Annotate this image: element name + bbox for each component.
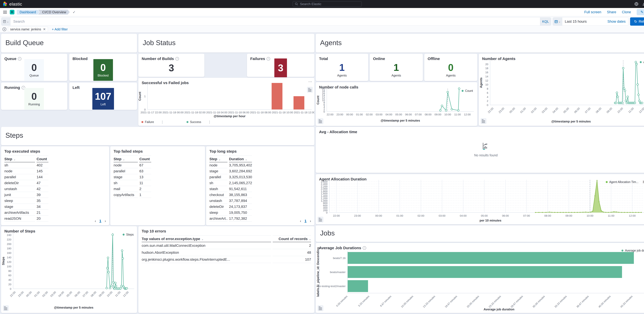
legend-toggle-icon[interactable] <box>318 217 324 222</box>
page-number[interactable]: 1 <box>99 219 101 223</box>
svg-text:03:00: 03:00 <box>439 214 446 217</box>
chart-legend[interactable]: Count <box>462 89 473 92</box>
table-cell: 38,155,863 <box>229 192 252 198</box>
svg-text:07:00: 07:00 <box>523 214 530 217</box>
table-row: stage34 <box>4 204 48 210</box>
svg-text:13.33 minutes: 13.33 minutes <box>422 295 436 308</box>
svg-text:@timestamp per 5 minutes: @timestamp per 5 minutes <box>380 119 420 122</box>
breadcrumb-dashboard[interactable]: Dashboard <box>17 10 40 14</box>
share-link[interactable]: Share <box>607 10 616 14</box>
svg-text:03:00: 03:00 <box>50 291 56 298</box>
agent-allocation-duration-chart[interactable]: 02004006008001,0001,2001,4001,6001,8002,… <box>316 174 644 224</box>
column-header[interactable]: Step⌄ <box>114 156 138 162</box>
svg-text:23:00: 23:00 <box>354 214 361 217</box>
menu-icon[interactable] <box>3 11 7 14</box>
next-page-icon[interactable]: › <box>310 219 311 223</box>
elastic-logo[interactable]: elastic <box>2 2 22 6</box>
metric-value: 1 <box>339 62 345 72</box>
table-cell: node <box>4 168 35 174</box>
legend-toggle-icon[interactable] <box>3 305 9 311</box>
metric-label: Running <box>28 102 40 106</box>
column-header[interactable]: Count⌄ <box>139 156 151 162</box>
svg-text:23.33 minutes: 23.33 minutes <box>488 295 502 308</box>
legend-toggle-icon[interactable] <box>480 118 486 124</box>
column-header[interactable]: Step⌄ <box>210 156 228 162</box>
legend-item-success[interactable]: Success ⋮ <box>186 120 232 124</box>
svg-text:140: 140 <box>7 256 11 259</box>
svg-text:180: 180 <box>7 247 11 250</box>
legend-toggle-icon[interactable] <box>318 305 324 311</box>
svg-text:09:00: 09:00 <box>566 214 572 217</box>
table-cell: 35 <box>36 198 48 204</box>
metric-label: Agents <box>337 74 347 77</box>
svg-text:3.33 minutes: 3.33 minutes <box>358 295 370 307</box>
filter-pill[interactable]: service.name: jenkins ✕ <box>8 27 48 32</box>
page-number[interactable]: 1 <box>304 219 306 223</box>
table-row: archiveArt...17,792,382 <box>210 216 252 222</box>
column-header[interactable]: Duration⌄ <box>229 156 252 162</box>
date-picker[interactable]: ⌄ Last 15 hours Show dates <box>553 18 628 26</box>
successful-vs-failed-jobs-chart[interactable]: 0122021-11-17 22:002021-11-18 00:002021-… <box>138 78 314 119</box>
table-row: stage13 <box>114 174 151 180</box>
number-of-agents-chart[interactable]: 0246810121416182022:0023:0000:0001:0002:… <box>479 54 644 126</box>
empty-chart-icon <box>482 142 490 150</box>
newsfeed-icon[interactable] <box>642 2 644 6</box>
kql-button[interactable]: KQL <box>540 18 551 26</box>
metric-label: Left <box>100 102 106 106</box>
svg-text:Steps: Steps <box>2 257 5 265</box>
number-of-steps-chart[interactable]: 02040608010012014016018020022024022:0023… <box>1 226 137 313</box>
svg-text:16: 16 <box>485 71 488 74</box>
dashboard-app-icon[interactable]: D <box>10 10 14 14</box>
svg-text:Agents: Agents <box>479 78 483 88</box>
next-page-icon[interactable]: › <box>105 219 106 223</box>
svg-text:02:00: 02:00 <box>42 291 48 298</box>
metric-value: 0 <box>32 62 37 72</box>
column-header[interactable]: Step⌄ <box>4 156 35 162</box>
svg-text:16.67 minutes: 16.67 minutes <box>444 295 458 308</box>
show-dates-link[interactable]: Show dates <box>608 20 628 24</box>
average-job-durations-panel: Average Job Durationsi beats/7.16beats/m… <box>316 243 644 313</box>
clone-link[interactable]: Clone <box>622 10 631 14</box>
chart-legend[interactable]: Steps <box>122 233 134 236</box>
number-of-node-calls-chart[interactable]: 0246810121416182022:0023:0000:0001:0002:… <box>316 82 477 126</box>
column-header[interactable]: Count of records⌄ <box>273 236 311 242</box>
legend-item-failure[interactable]: Failure ⋮ <box>142 120 186 124</box>
date-quick-menu-button[interactable]: ⌄ <box>553 18 562 26</box>
global-search-input[interactable]: Search Elastic <box>293 1 362 7</box>
prev-page-icon[interactable]: ‹ <box>300 219 301 223</box>
svg-text:@timestamp per hour: @timestamp per hour <box>214 114 246 118</box>
saved-query-menu-button[interactable]: ⌄ <box>2 18 10 26</box>
refresh-button[interactable]: ↻ Refresh <box>630 18 644 26</box>
svg-text:labels.ci_pipeline_id: Descend: labels.ci_pipeline_id: Descending <box>316 247 320 297</box>
chart-legend[interactable]: Average job duration <box>622 249 644 252</box>
legend-toggle-icon[interactable] <box>318 118 324 124</box>
svg-text:07:00: 07:00 <box>82 291 89 298</box>
search-placeholder: Search <box>10 20 540 24</box>
top-long-steps-panel: Top long steps Step⌄Duration⌄node3,705,9… <box>206 146 314 226</box>
legend-actions-icon[interactable]: ⋮ <box>208 120 211 124</box>
legend-actions-icon[interactable]: ⋮ <box>160 120 164 124</box>
add-filter-link[interactable]: + Add filter <box>52 27 68 31</box>
column-header[interactable]: Top values of error.exception.type⌄ <box>142 236 271 242</box>
table-row: node67 <box>114 162 151 168</box>
search-input[interactable]: ⌄ Search KQL <box>1 18 551 26</box>
filter-bar: service.name: jenkins ✕ + Add filter <box>0 26 644 32</box>
table-cell: checkout <box>210 192 228 198</box>
chart-legend[interactable]: Agents <box>640 60 644 64</box>
average-job-durations-chart[interactable]: beats/7.16beats/mastere2e-testing-test2/… <box>316 243 644 313</box>
chart-legend[interactable]: Agent Allocation Tim... 33.611 <box>606 180 644 184</box>
section-title: Build Queue <box>1 34 137 46</box>
table-cell: 3,325,013,530 <box>229 174 252 180</box>
remove-filter-icon[interactable]: ✕ <box>43 27 46 31</box>
column-header[interactable]: Count⌄ <box>36 156 48 162</box>
prev-page-icon[interactable]: ‹ <box>95 219 96 223</box>
svg-text:23:00: 23:00 <box>498 107 505 114</box>
edit-button[interactable]: ✎ Edit <box>637 9 644 15</box>
table-row: hudson.AbortException48 <box>142 249 311 256</box>
full-screen-link[interactable]: Full screen <box>584 10 601 14</box>
table-cell: mail <box>114 186 138 192</box>
table-cell: 2 <box>139 186 151 192</box>
help-icon[interactable] <box>634 2 638 6</box>
filter-options-icon[interactable] <box>2 27 7 32</box>
jobs-header-panel: Jobs <box>316 226 644 242</box>
